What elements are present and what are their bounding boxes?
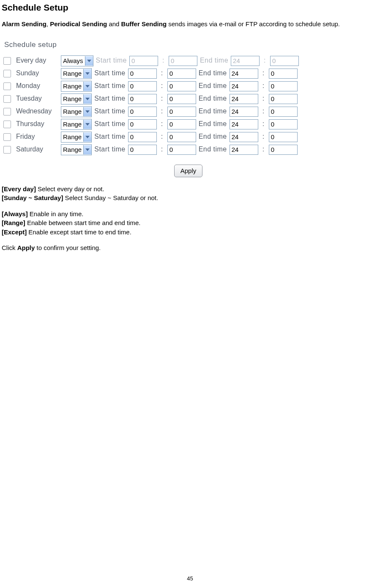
- chevron-down-icon: [83, 107, 91, 116]
- schedule-row: SundayRangeStart time:End time:: [2, 68, 375, 79]
- start-time-label: Start time: [94, 94, 125, 103]
- mode-select[interactable]: Range: [61, 68, 92, 79]
- day-label: Friday: [16, 132, 58, 141]
- desc-weekdays-b: [Sunday ~ Saturday]: [2, 194, 63, 201]
- chevron-down-icon: [83, 120, 91, 129]
- time-colon: :: [161, 56, 166, 65]
- mode-select[interactable]: Range: [61, 144, 92, 155]
- mode-select[interactable]: Range: [61, 119, 92, 130]
- start-min-input[interactable]: [167, 145, 196, 155]
- end-hour-input[interactable]: [230, 107, 258, 117]
- day-label: Sunday: [16, 69, 58, 78]
- intro-bold-2: Periodical Sending: [50, 20, 107, 27]
- end-time-label: End time: [199, 82, 227, 91]
- apply-button[interactable]: Apply: [174, 165, 203, 177]
- day-checkbox[interactable]: [3, 82, 11, 90]
- desc-weekdays-t: Select Sunday ~ Saturday or not.: [63, 194, 158, 201]
- day-label: Thursday: [16, 120, 58, 129]
- time-colon: :: [261, 132, 266, 141]
- mode-select[interactable]: Range: [61, 81, 92, 92]
- day-checkbox[interactable]: [3, 146, 11, 154]
- mode-select[interactable]: Range: [61, 106, 92, 117]
- desc-range-b: [Range]: [2, 219, 25, 226]
- start-hour-input[interactable]: [128, 145, 157, 155]
- mode-value: Range: [63, 133, 82, 141]
- end-min-input[interactable]: [269, 132, 298, 142]
- desc-except-t: Enable except start time to end time.: [27, 228, 131, 236]
- start-hour-input[interactable]: [128, 107, 157, 117]
- page-title: Schedule Setup: [2, 2, 375, 13]
- start-hour-input[interactable]: [128, 94, 157, 104]
- intro-text-2: and: [107, 20, 121, 27]
- end-min-input[interactable]: [269, 81, 298, 91]
- day-label: Wednesday: [16, 107, 58, 116]
- time-colon: :: [159, 94, 165, 103]
- mode-select[interactable]: Range: [61, 93, 92, 104]
- schedule-row: SaturdayRangeStart time:End time:: [2, 144, 375, 155]
- time-colon: :: [159, 69, 165, 78]
- start-min-input: [169, 56, 197, 66]
- description-block: [Every day] Select every day or not. [Su…: [2, 185, 375, 252]
- end-hour-input[interactable]: [230, 119, 258, 129]
- time-colon: :: [159, 107, 165, 116]
- mode-value: Range: [63, 69, 82, 78]
- chevron-down-icon: [83, 145, 91, 154]
- day-label: Saturday: [16, 145, 58, 154]
- start-hour-input[interactable]: [128, 69, 157, 79]
- desc-apply-c: to confirm your setting.: [35, 244, 101, 251]
- chevron-down-icon: [85, 56, 93, 66]
- end-hour-input: [231, 56, 260, 66]
- day-label: Every day: [16, 56, 58, 65]
- schedule-rows: Every dayAlwaysStart time:End time:Sunda…: [2, 55, 375, 155]
- start-hour-input[interactable]: [128, 132, 157, 142]
- chevron-down-icon: [83, 94, 91, 104]
- start-time-label: Start time: [94, 120, 125, 129]
- day-checkbox[interactable]: [3, 57, 11, 65]
- end-time-label: End time: [199, 94, 227, 103]
- end-min-input[interactable]: [269, 119, 298, 129]
- start-time-label: Start time: [94, 145, 125, 154]
- time-colon: :: [159, 82, 165, 91]
- mode-value: Range: [63, 82, 82, 91]
- end-hour-input[interactable]: [230, 94, 258, 104]
- day-checkbox[interactable]: [3, 133, 11, 141]
- start-min-input[interactable]: [167, 107, 196, 117]
- mode-select[interactable]: Range: [61, 132, 92, 143]
- mode-value: Range: [63, 120, 82, 129]
- end-time-label: End time: [199, 132, 227, 141]
- end-hour-input[interactable]: [230, 69, 258, 79]
- day-checkbox[interactable]: [3, 121, 11, 128]
- end-hour-input[interactable]: [230, 145, 258, 155]
- start-time-label: Start time: [94, 82, 125, 91]
- desc-except-b: [Except]: [2, 228, 27, 236]
- day-checkbox[interactable]: [3, 108, 11, 115]
- mode-select[interactable]: Always: [61, 55, 93, 66]
- end-time-label: End time: [199, 69, 227, 78]
- start-min-input[interactable]: [167, 119, 196, 129]
- time-colon: :: [159, 132, 165, 141]
- start-hour-input: [129, 56, 158, 66]
- end-min-input[interactable]: [269, 69, 298, 79]
- start-min-input[interactable]: [167, 132, 196, 142]
- intro-text-3: sends images via e-mail or FTP according…: [167, 20, 340, 27]
- end-min-input[interactable]: [269, 94, 298, 104]
- time-colon: :: [159, 120, 165, 129]
- day-checkbox[interactable]: [3, 70, 11, 77]
- time-colon: :: [261, 69, 266, 78]
- intro-text-1: ,: [46, 20, 50, 27]
- end-hour-input[interactable]: [230, 81, 258, 91]
- end-min-input[interactable]: [269, 145, 298, 155]
- end-time-label: End time: [199, 120, 227, 129]
- desc-apply-b: Apply: [17, 244, 35, 251]
- chevron-down-icon: [83, 82, 91, 91]
- day-checkbox[interactable]: [3, 95, 11, 103]
- intro-bold-1: Alarm Sending: [2, 20, 46, 27]
- start-hour-input[interactable]: [128, 81, 157, 91]
- start-hour-input[interactable]: [128, 119, 157, 129]
- start-min-input[interactable]: [167, 69, 196, 79]
- end-hour-input[interactable]: [230, 132, 258, 142]
- desc-apply-a: Click: [2, 244, 17, 251]
- start-min-input[interactable]: [167, 94, 196, 104]
- end-min-input[interactable]: [269, 107, 298, 117]
- start-min-input[interactable]: [167, 81, 196, 91]
